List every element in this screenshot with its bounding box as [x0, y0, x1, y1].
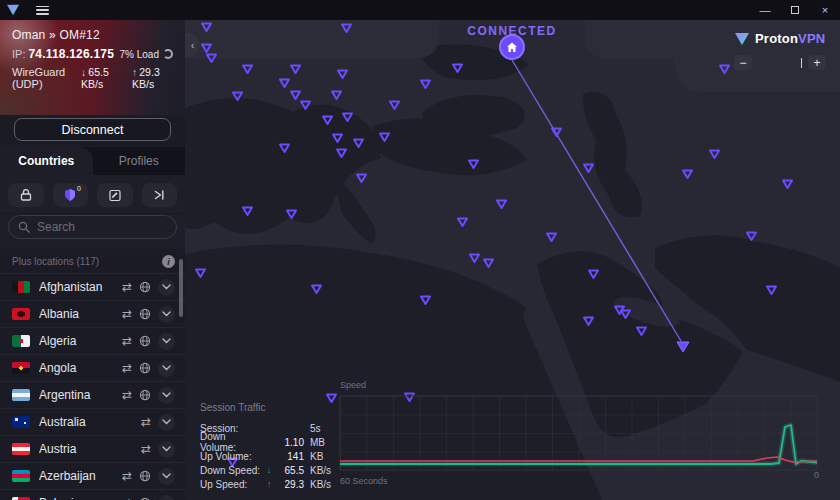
location-pin-icon[interactable]	[582, 162, 595, 174]
chevron-down-icon[interactable]	[158, 387, 175, 404]
connect-fastest-icon[interactable]: ⇄	[122, 362, 132, 374]
connect-fastest-icon[interactable]: ⇄	[122, 308, 132, 320]
chevron-down-icon[interactable]	[158, 468, 175, 485]
location-pin-icon[interactable]	[419, 78, 432, 90]
location-pin-icon[interactable]	[299, 99, 312, 111]
location-pin-icon[interactable]	[336, 68, 349, 80]
profiles-edit-button[interactable]	[97, 183, 133, 207]
location-pin-icon[interactable]	[635, 325, 648, 337]
country-row[interactable]: Austria⇄	[0, 435, 185, 462]
chevron-down-icon[interactable]	[158, 441, 175, 458]
location-pin-icon[interactable]	[419, 294, 432, 306]
zoom-in-button[interactable]: +	[808, 55, 826, 70]
chevron-down-icon[interactable]	[158, 360, 175, 377]
location-pin-icon[interactable]	[781, 178, 794, 190]
hamburger-menu-icon[interactable]	[36, 6, 49, 15]
location-pin-icon[interactable]	[765, 284, 778, 296]
location-pin-icon[interactable]	[745, 230, 758, 242]
session-traffic-row: Up Volume:141KB	[200, 449, 340, 463]
location-pin-icon[interactable]	[205, 52, 218, 64]
search-input[interactable]	[37, 220, 157, 234]
location-pin-icon[interactable]	[587, 268, 600, 280]
location-pin-icon[interactable]	[468, 252, 481, 264]
disconnect-button[interactable]: Disconnect	[14, 118, 171, 141]
info-icon[interactable]: i	[162, 255, 175, 268]
connected-server-marker[interactable]	[675, 339, 691, 357]
location-pin-icon[interactable]	[681, 168, 694, 180]
location-pin-icon[interactable]	[321, 114, 334, 126]
close-button[interactable]: ×	[810, 0, 840, 20]
chevron-down-icon[interactable]	[158, 333, 175, 350]
location-pin-icon[interactable]	[550, 126, 563, 138]
connect-fastest-icon[interactable]: ⇄	[122, 281, 132, 293]
location-pin-icon[interactable]	[482, 257, 495, 269]
location-pin-icon[interactable]	[619, 308, 632, 320]
netshield-button[interactable]: 0	[53, 183, 89, 207]
location-pin-icon[interactable]	[340, 22, 353, 34]
port-forwarding-button[interactable]	[142, 183, 178, 207]
tab-countries[interactable]: Countries	[0, 147, 93, 175]
secure-core-button[interactable]	[8, 183, 44, 207]
globe-icon[interactable]	[139, 308, 151, 320]
connect-fastest-icon[interactable]: ⇄	[141, 443, 151, 455]
connect-fastest-icon[interactable]: ⇄	[141, 416, 151, 428]
location-pin-icon[interactable]	[341, 111, 354, 123]
location-pin-icon[interactable]	[718, 63, 731, 75]
country-row[interactable]: Algeria⇄	[0, 327, 185, 354]
globe-icon[interactable]	[139, 335, 151, 347]
location-pin-icon[interactable]	[456, 216, 469, 228]
chevron-down-icon[interactable]	[158, 414, 175, 431]
country-row[interactable]: Azerbaijan⇄	[0, 462, 185, 489]
globe-icon[interactable]	[139, 281, 151, 293]
chevron-down-icon[interactable]	[158, 495, 175, 500]
connect-fastest-icon[interactable]: ⇄	[122, 335, 132, 347]
location-pin-icon[interactable]	[582, 315, 595, 327]
location-pin-icon[interactable]	[388, 99, 401, 111]
country-row[interactable]: Albania⇄	[0, 300, 185, 327]
location-pin-icon[interactable]	[278, 142, 291, 154]
connect-fastest-icon[interactable]: ⇄	[122, 470, 132, 482]
globe-icon[interactable]	[139, 470, 151, 482]
location-pin-icon[interactable]	[352, 137, 365, 149]
location-pin-icon[interactable]	[545, 231, 558, 243]
location-pin-icon[interactable]	[355, 172, 368, 184]
location-pin-icon[interactable]	[335, 147, 348, 159]
filter-buttons: 0	[0, 175, 185, 213]
chevron-down-icon[interactable]	[158, 306, 175, 323]
location-pin-icon[interactable]	[285, 208, 298, 220]
location-pin-icon[interactable]	[467, 158, 480, 170]
globe-icon[interactable]	[139, 362, 151, 374]
search-bar[interactable]	[8, 215, 177, 239]
location-pin-icon[interactable]	[241, 63, 254, 75]
location-pin-icon[interactable]	[278, 77, 291, 89]
zoom-slider-handle[interactable]	[801, 58, 803, 68]
maximize-button[interactable]	[780, 0, 810, 20]
location-pin-icon[interactable]	[330, 89, 343, 101]
zoom-out-button[interactable]: −	[734, 55, 752, 70]
location-pin-icon[interactable]	[194, 267, 207, 279]
location-pin-icon[interactable]	[331, 132, 344, 144]
location-pin-icon[interactable]	[378, 131, 391, 143]
location-pin-icon[interactable]	[231, 90, 244, 102]
world-map[interactable]: ‹ CONNECTED ProtonVPN −	[185, 20, 840, 500]
country-row[interactable]: Afghanistan⇄	[0, 273, 185, 300]
location-pin-icon[interactable]	[495, 198, 508, 210]
speed-graph	[335, 388, 823, 484]
location-pin-icon[interactable]	[241, 205, 254, 217]
country-row[interactable]: Angola⇄	[0, 354, 185, 381]
home-location-marker[interactable]	[499, 34, 525, 60]
country-row[interactable]: Bahrain⇄	[0, 489, 185, 500]
country-row[interactable]: Australia⇄	[0, 408, 185, 435]
location-pin-icon[interactable]	[708, 148, 721, 160]
country-row[interactable]: Argentina⇄	[0, 381, 185, 408]
connect-fastest-icon[interactable]: ⇄	[122, 389, 132, 401]
location-pin-icon[interactable]	[310, 283, 323, 295]
location-pin-icon[interactable]	[451, 62, 464, 74]
location-pin-icon[interactable]	[289, 63, 302, 75]
scrollbar-thumb[interactable]	[179, 259, 183, 317]
chevron-down-icon[interactable]	[158, 279, 175, 296]
globe-icon[interactable]	[139, 389, 151, 401]
location-pin-icon[interactable]	[200, 21, 213, 33]
minimize-button[interactable]: —	[750, 0, 780, 20]
tab-profiles[interactable]: Profiles	[93, 147, 186, 175]
